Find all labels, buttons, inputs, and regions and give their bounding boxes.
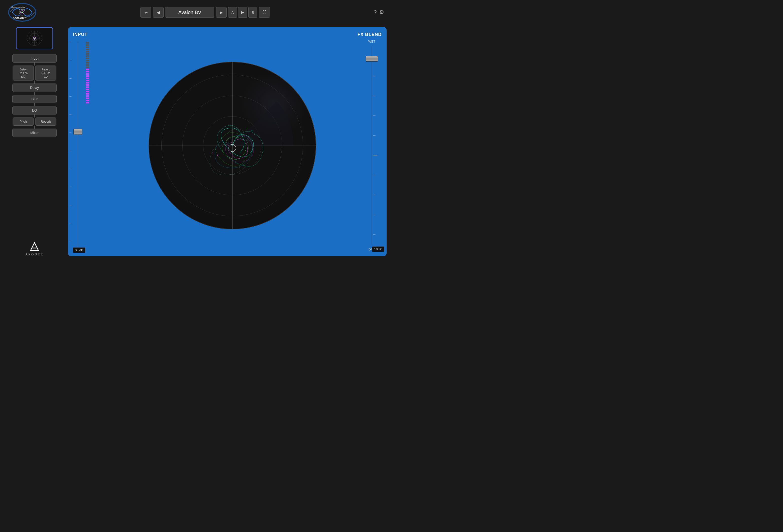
fader-ticks-left xyxy=(69,42,71,241)
pitch-reverb-row: Pitch Reverb xyxy=(12,118,56,126)
connector-line-2 xyxy=(34,80,35,84)
fx-tick xyxy=(373,175,375,175)
fx-tick xyxy=(373,115,375,116)
meter-dot-active xyxy=(86,91,89,92)
input-label: INPUT xyxy=(73,32,88,37)
radar-area xyxy=(106,40,358,251)
fx-tick xyxy=(373,215,375,215)
fx-tick xyxy=(373,76,375,76)
meter-dot-inactive xyxy=(86,58,89,59)
top-bar: Clearmountain's DOMAIN™ ⇌ ◀ Avalon BV ▶ … xyxy=(0,0,392,25)
svg-point-16 xyxy=(251,130,252,131)
apogee-label: APOGEE xyxy=(26,253,43,256)
tick xyxy=(69,114,71,115)
visualizer-box[interactable] xyxy=(16,27,53,49)
main-layout: Input DelayDe-EssEQ ReverbDe-EssEQ Delay… xyxy=(0,25,392,261)
fx-blend-rail[interactable] xyxy=(372,46,372,244)
fx-tick xyxy=(373,135,375,136)
input-value-label: 0.0dB xyxy=(73,248,85,252)
fx-blend-ticks xyxy=(373,46,377,244)
input-meter xyxy=(85,40,90,251)
connector-line-4 xyxy=(34,103,35,106)
meter-dot-active xyxy=(86,93,89,95)
meter-dot-active xyxy=(86,95,89,97)
svg-text:DOMAIN™: DOMAIN™ xyxy=(13,17,27,20)
sidebar-item-delay-deess-eq[interactable]: DelayDe-EssEQ xyxy=(12,66,34,80)
a-button[interactable]: A xyxy=(228,7,237,18)
tick xyxy=(69,42,71,42)
ab-group: A ▶ B xyxy=(228,7,257,18)
tick xyxy=(69,187,71,187)
meter-dot-inactive xyxy=(86,53,89,55)
sidebar-item-delay[interactable]: Delay xyxy=(12,84,57,92)
meter-dot-inactive xyxy=(86,60,89,61)
svg-text:Clearmountain's: Clearmountain's xyxy=(11,6,27,8)
meter-dot-inactive xyxy=(86,49,89,50)
shuffle-button[interactable]: ⇌ xyxy=(140,7,151,18)
meter-dot-active xyxy=(86,71,89,72)
meter-dot-active xyxy=(86,98,89,99)
prev-preset-button[interactable]: ◀ xyxy=(153,7,164,18)
deess-row: DelayDe-EssEQ ReverbDe-EssEQ xyxy=(12,66,56,80)
app-logo: Clearmountain's DOMAIN™ xyxy=(7,2,37,22)
apogee-logo: APOGEE xyxy=(26,242,43,256)
logo-area: Clearmountain's DOMAIN™ xyxy=(7,2,37,22)
meter-dot-inactive xyxy=(86,67,89,68)
sidebar-item-input[interactable]: Input xyxy=(12,54,57,63)
tick xyxy=(69,96,71,97)
connector-line-6 xyxy=(34,126,35,129)
input-fader-rail[interactable] xyxy=(77,42,79,249)
fx-blend-handle[interactable] xyxy=(366,56,378,62)
panel-top-labels: INPUT FX BLEND xyxy=(73,32,382,37)
svg-point-20 xyxy=(212,153,213,153)
meter-dot-inactive xyxy=(86,56,89,57)
meter-dot-inactive xyxy=(86,42,89,43)
input-fader-value: 0.0dB xyxy=(73,247,85,253)
sidebar-item-eq[interactable]: EQ xyxy=(12,106,57,114)
sidebar-item-reverb[interactable]: Reverb xyxy=(35,118,56,126)
top-right-icons: ? ⚙ xyxy=(374,9,384,15)
sidebar-item-reverb-deess-eq[interactable]: ReverbDe-EssEQ xyxy=(35,66,56,80)
svg-point-19 xyxy=(217,155,218,156)
input-fader-track xyxy=(73,40,83,251)
fx-mid-line xyxy=(373,155,377,156)
b-button[interactable]: B xyxy=(248,7,257,18)
fx-blend-wet-label: WET xyxy=(368,40,375,43)
tick xyxy=(69,241,71,241)
meter-dot-active xyxy=(86,102,89,103)
preset-name: Avalon BV xyxy=(165,7,214,18)
meter-dot-active xyxy=(86,82,89,84)
svg-point-18 xyxy=(254,134,254,135)
meter-dot-active xyxy=(86,69,89,70)
play-button[interactable]: ▶ xyxy=(238,7,247,18)
radar-circle xyxy=(149,62,316,229)
svg-point-17 xyxy=(247,128,247,129)
sidebar-item-mixer[interactable]: Mixer xyxy=(12,129,57,137)
meter-dot-active xyxy=(86,77,89,79)
svg-marker-14 xyxy=(31,243,38,251)
connector-line-3 xyxy=(34,92,35,95)
meter-dot-active xyxy=(86,80,89,81)
meter-dot-inactive xyxy=(86,62,89,64)
meter-dot-active xyxy=(86,89,89,90)
sidebar-item-pitch[interactable]: Pitch xyxy=(12,118,34,126)
meter-dot-active xyxy=(86,87,89,88)
next-preset-button[interactable]: ▶ xyxy=(216,7,227,18)
help-button[interactable]: ? xyxy=(374,9,377,15)
fx-blend-strip: WET xyxy=(362,40,382,251)
settings-button[interactable]: ⚙ xyxy=(379,9,384,15)
meter-dot-inactive xyxy=(86,44,89,46)
meter-dot-active xyxy=(86,100,89,101)
input-strip: 0.0dB xyxy=(73,40,102,251)
svg-point-22 xyxy=(239,167,240,168)
sidebar-chain: Input DelayDe-EssEQ ReverbDe-EssEQ Delay… xyxy=(5,54,64,137)
fx-tick xyxy=(373,234,375,235)
sidebar-item-blur[interactable]: Blur xyxy=(12,95,57,103)
meter-dot-inactive xyxy=(86,64,89,66)
svg-point-3 xyxy=(22,11,23,13)
fullscreen-button[interactable]: ⛶ xyxy=(259,7,270,18)
meter-dot-active xyxy=(86,73,89,75)
connector-line-5 xyxy=(34,114,35,118)
meter-dot-inactive xyxy=(86,46,89,48)
input-fader-handle[interactable] xyxy=(73,129,82,135)
